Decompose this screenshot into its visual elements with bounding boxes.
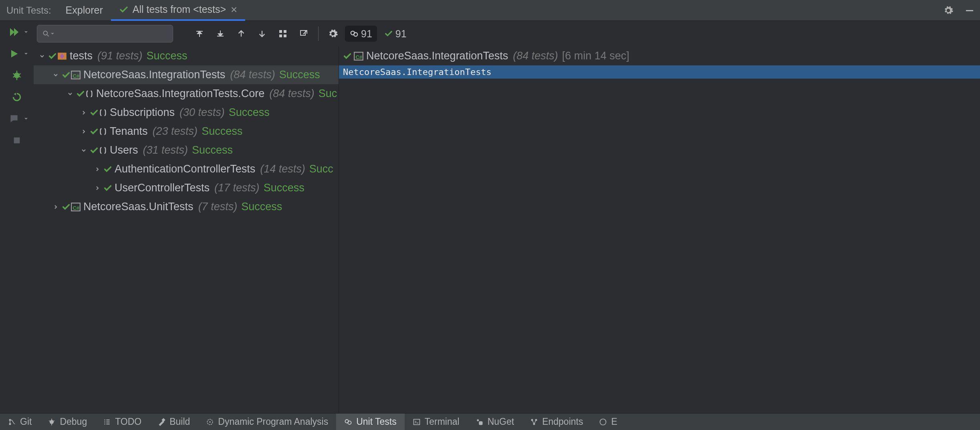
export-icon[interactable]: [295, 25, 313, 43]
check-icon: [76, 89, 85, 98]
tool-todo[interactable]: TODO: [95, 414, 149, 430]
svg-point-17: [9, 419, 11, 421]
check-icon: [48, 52, 57, 61]
minimize-icon[interactable]: [959, 6, 980, 15]
node-status: Suc: [319, 87, 337, 100]
node-status: Success: [229, 106, 270, 119]
tree-row[interactable]: tests (91 tests) Success: [34, 47, 339, 65]
tool-terminal[interactable]: Terminal: [405, 414, 468, 430]
node-name: Users: [110, 144, 138, 156]
check-icon: [90, 108, 99, 117]
svg-point-22: [210, 421, 211, 422]
check-icon: [103, 165, 112, 174]
dropdown-icon[interactable]: [24, 30, 28, 34]
filter-failed-count: 91: [361, 28, 372, 40]
tree-row[interactable]: AuthenticationControllerTests (14 tests)…: [34, 160, 339, 178]
tab-explorer[interactable]: Explorer: [58, 0, 111, 21]
svg-point-19: [50, 420, 54, 424]
solution-icon: [57, 51, 67, 61]
filter-failed[interactable]: 91: [345, 26, 377, 42]
expand-all-icon[interactable]: [191, 25, 208, 43]
node-status: Success: [241, 201, 282, 213]
select-in-tree-icon[interactable]: [274, 25, 292, 43]
tool-extra[interactable]: E: [591, 414, 625, 430]
prev-failed-icon[interactable]: [232, 25, 250, 43]
tree-row[interactable]: NetcoreSaas.IntegrationTests.Core (84 te…: [34, 84, 339, 103]
tool-endpoints-label: Endpoints: [542, 416, 583, 427]
next-failed-icon[interactable]: [253, 25, 271, 43]
tab-active-session[interactable]: All tests from <tests>: [111, 0, 245, 21]
node-name: tests: [70, 50, 93, 62]
check-icon: [103, 184, 112, 193]
node-count: (14 tests): [260, 163, 305, 175]
tool-nuget[interactable]: NuGet: [468, 414, 522, 430]
node-name: NetcoreSaas.IntegrationTests.Core: [96, 87, 264, 100]
chevron-down-icon[interactable]: [37, 53, 47, 59]
search-box[interactable]: [37, 25, 173, 43]
output-title: NetcoreSaas.IntegrationTests: [366, 50, 508, 62]
output-line[interactable]: NetcoreSaas.IntegrationTests: [339, 65, 980, 79]
tree-row[interactable]: Subscriptions (30 tests) Success: [34, 103, 339, 122]
settings-icon[interactable]: [938, 5, 959, 16]
chevron-down-icon[interactable]: [50, 72, 61, 78]
run-actions-column: [0, 21, 34, 413]
rerun-icon[interactable]: [8, 88, 26, 106]
check-icon: [90, 127, 99, 136]
stop-icon[interactable]: [8, 132, 26, 149]
tool-terminal-label: Terminal: [425, 416, 460, 427]
svg-point-26: [477, 419, 479, 421]
tree-row[interactable]: C# NetcoreSaas.IntegrationTests (84 test…: [34, 65, 339, 84]
passed-count-label: 91: [395, 28, 407, 40]
run-all-icon[interactable]: [5, 23, 23, 41]
close-icon[interactable]: [231, 6, 237, 13]
chevron-down-icon[interactable]: [50, 31, 55, 36]
node-name: NetcoreSaas.UnitTests: [83, 201, 194, 213]
collapse-all-icon[interactable]: [212, 25, 229, 43]
chevron-right-icon[interactable]: [50, 204, 61, 210]
output-time: [6 min 14 sec]: [562, 50, 629, 62]
tree-row[interactable]: C# NetcoreSaas.UnitTests (7 tests) Succe…: [34, 197, 339, 216]
tool-ut-label: Unit Tests: [356, 416, 397, 427]
output-header: C# NetcoreSaas.IntegrationTests (84 test…: [339, 47, 980, 65]
chevron-down-icon[interactable]: [65, 91, 75, 97]
results-toolbar: 91 91: [34, 21, 980, 47]
svg-rect-2: [14, 138, 20, 144]
check-icon: [62, 71, 71, 79]
tool-git[interactable]: Git: [0, 414, 40, 430]
chevron-right-icon[interactable]: [79, 110, 89, 116]
svg-rect-0: [966, 10, 973, 11]
tree-row[interactable]: Tenants (23 tests) Success: [34, 122, 339, 141]
csharp-project-icon: C#: [71, 70, 81, 80]
tool-unit-tests[interactable]: Unit Tests: [336, 414, 405, 430]
node-status: Success: [147, 50, 188, 62]
node-count: (91 tests): [97, 50, 143, 62]
tool-todo-label: TODO: [115, 416, 141, 427]
dropdown-icon[interactable]: [24, 116, 28, 121]
titlebar: Unit Tests: Explorer All tests from <tes…: [0, 0, 980, 21]
tool-build[interactable]: Build: [149, 414, 198, 430]
chevron-right-icon[interactable]: [92, 166, 103, 172]
run-icon[interactable]: [5, 45, 23, 63]
tree-row[interactable]: UserControllerTests (17 tests) Success: [34, 178, 339, 197]
options-icon[interactable]: [324, 25, 342, 43]
svg-rect-6: [279, 34, 282, 37]
tool-dpa[interactable]: Dynamic Program Analysis: [198, 414, 336, 430]
chevron-right-icon[interactable]: [79, 128, 89, 135]
comment-icon[interactable]: [5, 110, 23, 128]
csharp-project-icon: C#: [71, 202, 81, 212]
test-tree[interactable]: tests (91 tests) Success C# NetcoreSaas.…: [34, 47, 339, 413]
dropdown-icon[interactable]: [24, 51, 28, 56]
tree-row[interactable]: Users (31 tests) Success: [34, 141, 339, 160]
bottom-toolbar: Git Debug TODO Build Dynamic Program Ana…: [0, 413, 980, 430]
node-count: (84 tests): [230, 69, 275, 81]
svg-rect-7: [284, 34, 286, 37]
chevron-right-icon[interactable]: [92, 185, 103, 191]
tool-endpoints[interactable]: Endpoints: [522, 414, 591, 430]
debug-icon[interactable]: [8, 67, 26, 84]
search-input[interactable]: [58, 28, 168, 39]
chevron-down-icon[interactable]: [79, 147, 89, 154]
node-count: (30 tests): [179, 106, 225, 119]
node-count: (17 tests): [214, 182, 260, 194]
tool-debug[interactable]: Debug: [40, 414, 95, 430]
check-icon: [90, 146, 99, 155]
